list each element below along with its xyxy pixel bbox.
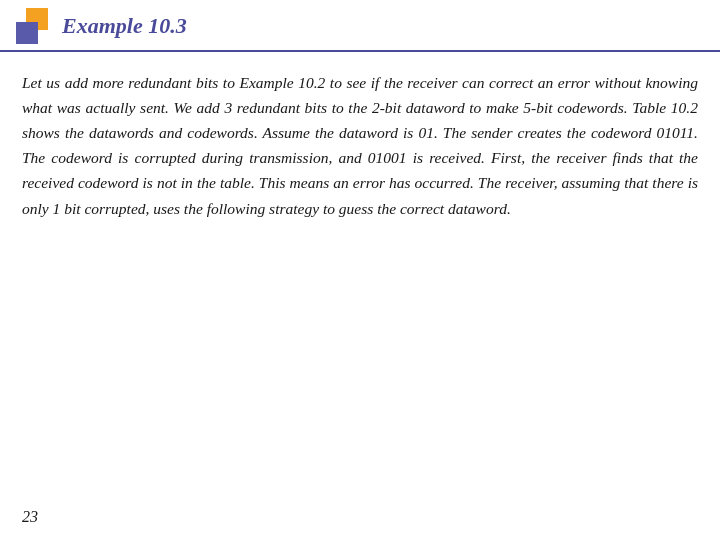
title-bar: Example 10.3 (0, 0, 720, 52)
page-container: Example 10.3 Let us add more redundant b… (0, 0, 720, 540)
page-title: Example 10.3 (62, 13, 187, 39)
main-content: Let us add more redundant bits to Exampl… (0, 52, 720, 231)
body-paragraph: Let us add more redundant bits to Exampl… (22, 70, 698, 221)
page-number: 23 (22, 508, 38, 526)
purple-square-icon (16, 22, 38, 44)
title-decoration (16, 8, 52, 44)
